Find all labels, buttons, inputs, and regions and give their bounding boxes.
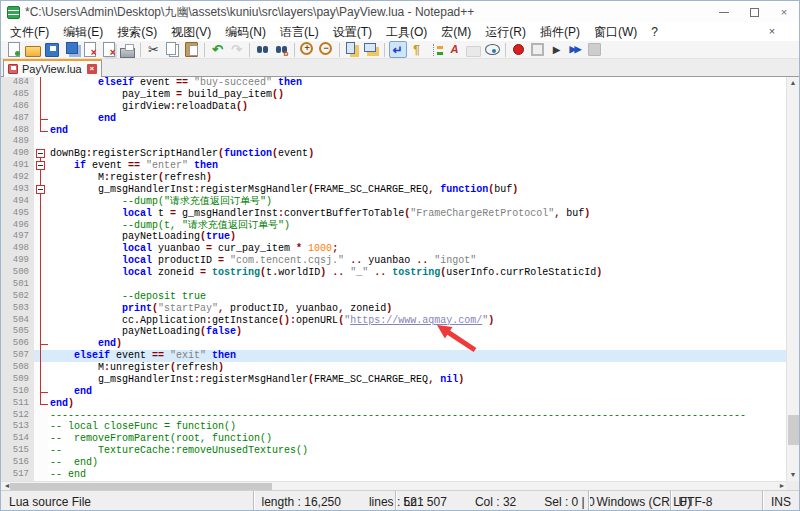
code-line[interactable]: 517-- end bbox=[1, 469, 788, 481]
menu-item[interactable]: 视图(V) bbox=[164, 23, 218, 41]
menu-item[interactable]: 插件(P) bbox=[533, 23, 587, 41]
fold-marker[interactable] bbox=[34, 184, 48, 196]
minimize-button[interactable] bbox=[709, 1, 739, 23]
line-number[interactable]: 491 bbox=[1, 160, 34, 172]
line-number[interactable]: 504 bbox=[1, 315, 34, 327]
line-number[interactable]: 506 bbox=[1, 338, 34, 350]
line-number[interactable]: 499 bbox=[1, 255, 34, 267]
code-area[interactable]: 484 elseif event == "buy-succeed" then48… bbox=[1, 77, 788, 481]
code-line[interactable]: 485 pay_item = build_pay_item() bbox=[1, 89, 788, 101]
code-line[interactable]: 503 print("startPay", productID, yuanbao… bbox=[1, 303, 788, 315]
horizontal-scrollbar[interactable]: ◄ ► bbox=[1, 481, 788, 490]
line-number[interactable]: 494 bbox=[1, 196, 34, 208]
define-language-icon[interactable]: A bbox=[446, 41, 464, 58]
save-icon[interactable] bbox=[43, 41, 61, 58]
line-number[interactable]: 507 bbox=[1, 350, 34, 362]
code-line[interactable]: 493 g_msgHandlerInst:registerMsgHandler(… bbox=[1, 184, 788, 196]
line-number[interactable]: 517 bbox=[1, 469, 34, 481]
macro-play-icon[interactable]: ▶ bbox=[548, 41, 566, 58]
code-line[interactable]: 488end bbox=[1, 125, 788, 137]
code-line[interactable]: 507 elseif event == "exit" then bbox=[1, 350, 788, 362]
horizontal-scroll-thumb[interactable] bbox=[10, 483, 272, 490]
menu-item[interactable]: 工具(O) bbox=[379, 23, 434, 41]
redo-icon[interactable]: ↷ bbox=[228, 41, 246, 58]
status-insert-mode[interactable]: INS bbox=[762, 491, 799, 511]
menu-item[interactable]: 搜索(S) bbox=[110, 23, 164, 41]
new-file-icon[interactable] bbox=[5, 41, 23, 58]
line-number[interactable]: 500 bbox=[1, 267, 34, 279]
line-number[interactable]: 515 bbox=[1, 445, 34, 457]
line-number[interactable]: 512 bbox=[1, 410, 34, 422]
sync-scroll-horizontal-icon[interactable] bbox=[363, 41, 381, 58]
code-line[interactable]: 492 M:register(refresh) bbox=[1, 172, 788, 184]
code-line[interactable]: 489 bbox=[1, 136, 788, 148]
line-number[interactable]: 516 bbox=[1, 457, 34, 469]
code-line[interactable]: 491 if event == "enter" then bbox=[1, 160, 788, 172]
document-map-icon[interactable] bbox=[484, 41, 502, 58]
code-line[interactable]: 506 end) bbox=[1, 338, 788, 350]
code-line[interactable]: 497 payNetLoading(true) bbox=[1, 231, 788, 243]
code-line[interactable]: 501 bbox=[1, 279, 788, 291]
scroll-up-icon[interactable]: ▲ bbox=[787, 77, 799, 89]
menu-item[interactable]: 窗口(W) bbox=[587, 23, 644, 41]
line-number[interactable]: 490 bbox=[1, 148, 34, 160]
code-line[interactable]: 486 girdView:reloadData() bbox=[1, 101, 788, 113]
code-line[interactable]: 514-- removeFromParent(root, function() bbox=[1, 433, 788, 445]
code-line[interactable]: 508 M:unregister(refresh) bbox=[1, 362, 788, 374]
macro-stop-icon[interactable] bbox=[529, 41, 547, 58]
code-line[interactable]: 512-------------------------------------… bbox=[1, 410, 788, 422]
menu-item[interactable]: 设置(T) bbox=[326, 23, 379, 41]
line-number[interactable]: 502 bbox=[1, 291, 34, 303]
line-number[interactable]: 514 bbox=[1, 433, 34, 445]
code-line[interactable]: 494 --dump("请求充值返回订单号") bbox=[1, 196, 788, 208]
zoom-in-icon[interactable]: + bbox=[299, 41, 317, 58]
code-line[interactable]: 513-- local closeFunc = function() bbox=[1, 421, 788, 433]
line-number[interactable]: 487 bbox=[1, 113, 34, 125]
line-number[interactable]: 493 bbox=[1, 184, 34, 196]
line-number[interactable]: 496 bbox=[1, 220, 34, 232]
macro-run-multiple-icon[interactable]: ▶▶ bbox=[567, 41, 585, 58]
scroll-down-icon[interactable]: ▼ bbox=[787, 469, 799, 481]
code-line[interactable]: 495 local t = g_msgHandlerInst:convertBu… bbox=[1, 208, 788, 220]
close-button[interactable]: × bbox=[769, 1, 799, 23]
code-line[interactable]: 496 --dump(t, "请求充值返回订单号") bbox=[1, 220, 788, 232]
code-line[interactable]: 490downBg:registerScriptHandler(function… bbox=[1, 148, 788, 160]
code-line[interactable]: 505 payNetLoading(false) bbox=[1, 326, 788, 338]
tab-payview-lua[interactable]: PayView.lua × bbox=[3, 59, 102, 77]
line-number[interactable]: 509 bbox=[1, 374, 34, 386]
undo-icon[interactable]: ↶ bbox=[209, 41, 227, 58]
code-line[interactable]: 487 end bbox=[1, 113, 788, 125]
code-line[interactable]: 511end) bbox=[1, 398, 788, 410]
code-line[interactable]: 516-- end) bbox=[1, 457, 788, 469]
menu-item[interactable]: 运行(R) bbox=[478, 23, 533, 41]
line-number[interactable]: 511 bbox=[1, 398, 34, 410]
sync-scroll-vertical-icon[interactable] bbox=[344, 41, 362, 58]
vertical-scrollbar[interactable]: ▲ ▼ bbox=[786, 77, 799, 481]
copy-icon[interactable] bbox=[164, 41, 182, 58]
line-number[interactable]: 501 bbox=[1, 279, 34, 291]
zoom-out-icon[interactable]: − bbox=[318, 41, 336, 58]
line-number[interactable]: 495 bbox=[1, 208, 34, 220]
maximize-button[interactable] bbox=[739, 1, 769, 23]
line-number[interactable]: 503 bbox=[1, 303, 34, 315]
line-number[interactable]: 484 bbox=[1, 77, 34, 89]
menu-close-icon[interactable]: × bbox=[765, 25, 779, 39]
fold-marker[interactable] bbox=[34, 148, 48, 160]
find-icon[interactable] bbox=[254, 41, 272, 58]
code-line[interactable]: 509 g_msgHandlerInst:registerMsgHandler(… bbox=[1, 374, 788, 386]
line-number[interactable]: 488 bbox=[1, 125, 34, 137]
cut-icon[interactable]: ✂ bbox=[145, 41, 163, 58]
code-line[interactable]: 504 cc.Application:getInstance():openURL… bbox=[1, 315, 788, 327]
line-number[interactable]: 489 bbox=[1, 136, 34, 148]
show-all-characters-icon[interactable]: ¶ bbox=[408, 41, 426, 58]
line-number[interactable]: 498 bbox=[1, 243, 34, 255]
line-number[interactable]: 505 bbox=[1, 326, 34, 338]
open-file-icon[interactable] bbox=[24, 41, 42, 58]
menu-item[interactable]: 宏(M) bbox=[434, 23, 478, 41]
replace-icon[interactable] bbox=[273, 41, 291, 58]
word-wrap-icon[interactable]: ↵ bbox=[389, 41, 407, 58]
code-line[interactable]: 484 elseif event == "buy-succeed" then bbox=[1, 77, 788, 89]
line-number[interactable]: 510 bbox=[1, 386, 34, 398]
code-line[interactable]: 502 --deposit true bbox=[1, 291, 788, 303]
code-line[interactable]: 498 local yuanbao = cur_pay_item * 1000; bbox=[1, 243, 788, 255]
